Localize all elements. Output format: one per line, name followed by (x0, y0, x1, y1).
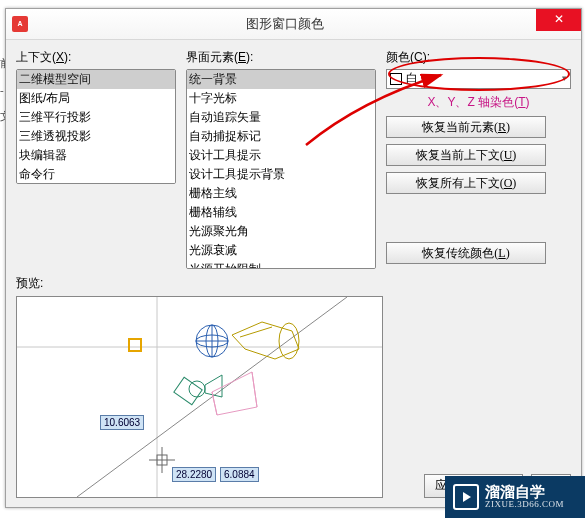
elements-listbox[interactable]: 统一背景 十字光标 自动追踪矢量 自动捕捉标记 设计工具提示 设计工具提示背景 … (186, 69, 376, 269)
window-title: 图形窗口颜色 (34, 16, 536, 33)
element-item[interactable]: 统一背景 (187, 70, 375, 89)
element-item[interactable]: 自动追踪矢量 (187, 108, 375, 127)
chevron-down-icon: ▾ (562, 73, 567, 85)
restore-current-element-button[interactable]: 恢复当前元素(R) (386, 116, 546, 138)
element-item[interactable]: 栅格辅线 (187, 203, 375, 222)
svg-line-10 (240, 327, 272, 337)
context-item[interactable]: 块编辑器 (17, 146, 175, 165)
preview-label: 预览: (16, 276, 571, 292)
preview-area: 10.6063 28.2280 6.0884 (16, 296, 383, 498)
svg-point-12 (189, 381, 205, 397)
context-label: 上下文(X): (16, 50, 176, 66)
element-item[interactable]: 十字光标 (187, 89, 375, 108)
svg-line-14 (252, 372, 257, 407)
watermark-url: ZIXUE.3D66.COM (485, 500, 564, 510)
element-item[interactable]: 光源衰减 (187, 241, 375, 260)
close-button[interactable]: ✕ (536, 9, 581, 31)
context-item[interactable]: 命令行 (17, 165, 175, 184)
element-item[interactable]: 光源聚光角 (187, 222, 375, 241)
element-item[interactable]: 自动捕捉标记 (187, 127, 375, 146)
play-icon (453, 484, 479, 510)
context-item[interactable]: 二维模型空间 (17, 70, 175, 89)
restore-classic-button[interactable]: 恢复传统颜色(L) (386, 242, 546, 264)
tint-xyz-label: X、Y、Z 轴染色(T) (386, 95, 571, 111)
watermark-title: 溜溜自学 (485, 484, 564, 501)
coord-x: 28.2280 (172, 467, 216, 482)
titlebar[interactable]: A 图形窗口颜色 ✕ (6, 9, 581, 40)
elements-label: 界面元素(E): (186, 50, 376, 66)
restore-all-contexts-button[interactable]: 恢复所有上下文(O) (386, 172, 546, 194)
svg-rect-3 (129, 339, 141, 351)
element-item[interactable]: 光源开始限制 (187, 260, 375, 269)
context-listbox[interactable]: 二维模型空间 图纸/布局 三维平行投影 三维透视投影 块编辑器 命令行 打印预览 (16, 69, 176, 184)
context-item[interactable]: 图纸/布局 (17, 89, 175, 108)
watermark: 溜溜自学 ZIXUE.3D66.COM (445, 476, 585, 518)
coord-y: 10.6063 (100, 415, 144, 430)
restore-current-context-button[interactable]: 恢复当前上下文(U) (386, 144, 546, 166)
color-name: 白 (406, 71, 418, 87)
context-item[interactable]: 三维平行投影 (17, 108, 175, 127)
color-swatch-icon (390, 73, 402, 85)
dialog-window: A 图形窗口颜色 ✕ 上下文(X): 二维模型空间 图纸/布局 三维平行投影 三… (5, 8, 582, 508)
color-dropdown[interactable]: 白 ▾ (386, 69, 571, 89)
color-label: 颜色(C): (386, 50, 571, 66)
element-item[interactable]: 设计工具提示 (187, 146, 375, 165)
coord-z: 6.0884 (220, 467, 259, 482)
element-item[interactable]: 栅格主线 (187, 184, 375, 203)
element-item[interactable]: 设计工具提示背景 (187, 165, 375, 184)
context-item[interactable]: 三维透视投影 (17, 127, 175, 146)
app-icon: A (12, 16, 28, 32)
